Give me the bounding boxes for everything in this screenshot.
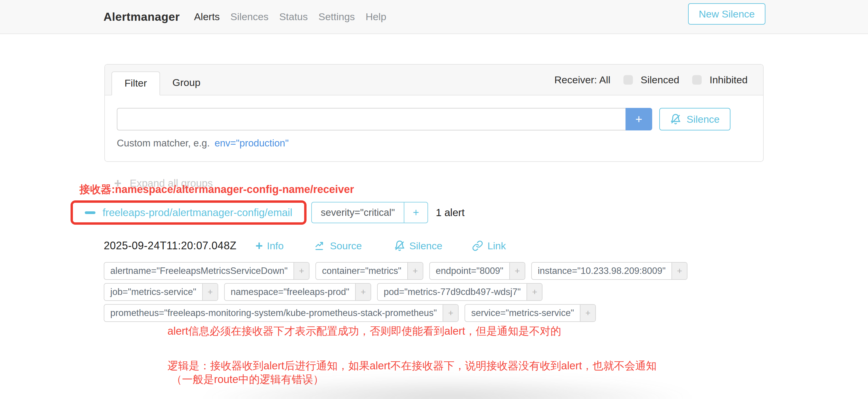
alert-silence-button[interactable]: Silence [394, 240, 443, 252]
label-tag: alertname="FreeleapsMetricsServiceDown" … [104, 262, 309, 280]
label-tag: endpoint="8009" + [429, 262, 525, 280]
tab-filter[interactable]: Filter [112, 71, 160, 95]
alert-info-button[interactable]: + Info [255, 240, 284, 252]
custom-matcher-example-link[interactable]: env="production" [215, 137, 289, 149]
receiver-group-button[interactable]: freeleaps-prod/alertmanager-config/email [73, 203, 304, 222]
group-matcher-text: severity="critical" [312, 203, 404, 223]
label-tag-add-button[interactable]: + [509, 263, 525, 279]
label-tag: pod="metrics-77d9cdb497-wdsj7" + [377, 283, 542, 301]
add-matcher-button[interactable]: + [625, 108, 652, 130]
label-row: alertname="FreeleapsMetricsServiceDown" … [104, 262, 726, 280]
label-tag-text: alertname="FreeleapsMetricsServiceDown" [104, 263, 293, 279]
label-tag-add-button[interactable]: + [293, 263, 309, 279]
filter-card-body: + Silence Custom matcher, e.g. env="prod… [105, 95, 763, 149]
alert-count: 1 alert [436, 207, 465, 218]
label-tag: job="metrics-service" + [104, 283, 218, 301]
tab-group[interactable]: Group [160, 71, 213, 95]
bell-slash-icon [670, 114, 681, 125]
nav-items: Alerts Silences Status Settings Help [194, 11, 386, 23]
app-brand: Alertmanager [103, 10, 180, 23]
nav-item-help[interactable]: Help [366, 11, 386, 23]
custom-matcher-hint-text: Custom matcher, e.g. [117, 137, 210, 149]
nav-item-alerts[interactable]: Alerts [194, 11, 220, 23]
alertmanager-page: Alertmanager Alerts Silences Status Sett… [0, 0, 868, 399]
inhibited-checkbox-group[interactable]: Inhibited [692, 74, 748, 86]
filter-silence-button[interactable]: Silence [659, 108, 731, 130]
label-tag-add-button[interactable]: + [580, 305, 595, 321]
label-tag-text: namespace="freeleaps-prod" [225, 284, 355, 300]
alert-source-button[interactable]: Source [314, 240, 362, 252]
silenced-checkbox-group[interactable]: Silenced [623, 74, 679, 86]
filter-card-header: Filter Group Receiver: All Silenced Inhi… [105, 65, 763, 95]
annotation-red-box: freeleaps-prod/alertmanager-config/email [70, 201, 307, 225]
receiver-filter-label[interactable]: Receiver: All [554, 74, 610, 86]
annotation-config-success-note: alert信息必须在接收器下才表示配置成功，否则即使能看到alert，但是通知是… [167, 324, 561, 339]
label-tag-text: prometheus="freeleaps-monitoring-system/… [104, 305, 443, 321]
filter-silence-label: Silence [687, 114, 720, 125]
alert-silence-label: Silence [409, 240, 443, 252]
nav-item-settings[interactable]: Settings [318, 11, 355, 23]
annotation-route-note: （一般是route中的逻辑有错误） [172, 372, 324, 387]
alert-link-button[interactable]: Link [472, 240, 506, 252]
label-tag-text: job="metrics-service" [104, 284, 202, 300]
group-matcher-chip: severity="critical" + [311, 202, 428, 223]
label-row: prometheus="freeleaps-monitoring-system/… [104, 304, 726, 322]
chart-icon [314, 240, 326, 251]
link-icon [472, 240, 483, 251]
label-tag-text: pod="metrics-77d9cdb497-wdsj7" [378, 284, 526, 300]
label-tag-text: instance="10.233.98.209:8009" [532, 263, 672, 279]
label-tag: instance="10.233.98.209:8009" + [531, 262, 687, 280]
label-tag: prometheus="freeleaps-monitoring-system/… [104, 304, 459, 322]
silenced-checkbox[interactable] [623, 75, 633, 85]
alert-info-label: Info [267, 240, 284, 252]
receiver-group-name: freeleaps-prod/alertmanager-config/email [102, 207, 292, 218]
label-tag-text: endpoint="8009" [430, 263, 509, 279]
alert-header-row: 2025-09-24T11:20:07.048Z + Info Source S… [104, 240, 506, 252]
plus-icon: + [255, 240, 263, 252]
nav-item-silences[interactable]: Silences [230, 11, 269, 23]
annotation-logic-note: 逻辑是：接收器收到alert后进行通知，如果alert不在接收器下，说明接收器没… [167, 359, 657, 373]
label-tag-add-button[interactable]: + [526, 284, 542, 300]
new-silence-button[interactable]: New Silence [688, 3, 766, 25]
alert-source-label: Source [330, 240, 362, 252]
matcher-input[interactable] [117, 108, 625, 130]
alert-timestamp: 2025-09-24T11:20:07.048Z [104, 240, 237, 252]
alert-link-label: Link [487, 240, 506, 252]
label-tag-add-button[interactable]: + [443, 305, 458, 321]
label-tag-add-button[interactable]: + [355, 284, 371, 300]
nav-item-status[interactable]: Status [279, 11, 308, 23]
filter-card: Filter Group Receiver: All Silenced Inhi… [104, 64, 764, 162]
matcher-input-group: + Silence [117, 108, 751, 130]
custom-matcher-hint: Custom matcher, e.g. env="production" [117, 137, 751, 149]
inhibited-checkbox[interactable] [692, 75, 702, 85]
receiver-group-row: freeleaps-prod/alertmanager-config/email… [70, 201, 465, 225]
label-tag-add-button[interactable]: + [202, 284, 218, 300]
label-tag: container="metrics" + [315, 262, 423, 280]
silenced-checkbox-label: Silenced [641, 74, 679, 86]
label-tag-add-button[interactable]: + [672, 263, 687, 279]
filter-header-controls: Receiver: All Silenced Inhibited [554, 74, 748, 86]
label-tag-add-button[interactable]: + [407, 263, 423, 279]
label-tag-text: container="metrics" [316, 263, 407, 279]
label-tag: service="metrics-service" + [465, 304, 596, 322]
annotation-receiver-note: 接收器:namespace/altermanager-config-name/r… [80, 182, 354, 197]
group-matcher-add-button[interactable]: + [404, 203, 428, 223]
label-row: job="metrics-service" + namespace="freel… [104, 283, 726, 301]
minus-icon [85, 211, 95, 214]
alert-label-list: alertname="FreeleapsMetricsServiceDown" … [104, 262, 726, 325]
label-tag: namespace="freeleaps-prod" + [224, 283, 371, 301]
bell-slash-icon [394, 240, 405, 251]
filter-tabs: Filter Group [112, 71, 213, 95]
inhibited-checkbox-label: Inhibited [709, 74, 748, 86]
label-tag-text: service="metrics-service" [465, 305, 580, 321]
navbar: Alertmanager Alerts Silences Status Sett… [0, 0, 868, 34]
